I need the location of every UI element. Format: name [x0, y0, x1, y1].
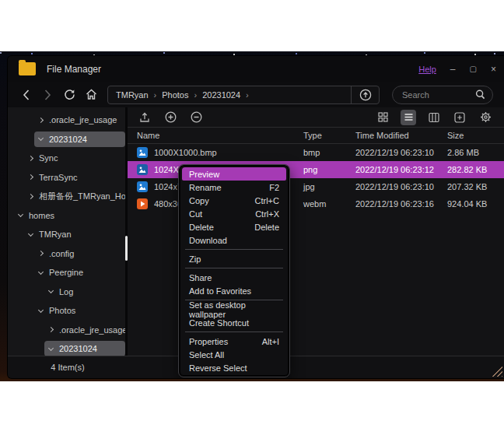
menu-item-add-to-favorites[interactable]: Add to Favorites — [182, 284, 286, 297]
screen: File Manager Help – ▢ × — [0, 0, 504, 428]
breadcrumb: TMRyan › Photos › 20231024 › — [108, 90, 351, 100]
chevron-down-icon[interactable] — [48, 346, 54, 351]
chevron-down-icon[interactable] — [18, 212, 23, 217]
menu-label: Download — [189, 236, 227, 245]
menu-item-preview[interactable]: Preview — [182, 167, 286, 181]
file-row[interactable]: 1000X1000.bmp bmp 2022/12/19 06:23:10 2.… — [128, 144, 504, 161]
sidebar-item-config[interactable]: .config — [8, 244, 125, 264]
column-view-icon[interactable] — [426, 110, 442, 125]
chevron-down-icon[interactable] — [38, 307, 44, 313]
column-header-name[interactable]: Name — [128, 131, 303, 140]
menu-item-set-as-desktop-wallpaper[interactable]: Set as desktop wallpaper — [182, 303, 286, 316]
back-icon[interactable] — [17, 86, 34, 103]
breadcrumb-segment[interactable]: 20231024 — [202, 90, 240, 100]
refresh-icon[interactable] — [61, 86, 78, 103]
menu-item-cut[interactable]: CutCtrl+X — [182, 207, 286, 220]
sidebar-item-photos[interactable]: Photos — [8, 301, 125, 321]
chevron-down-icon[interactable] — [48, 288, 54, 293]
column-header-time[interactable]: Time Modified — [355, 131, 447, 140]
tree-label: 20231024 — [59, 344, 97, 353]
chevron-right-icon[interactable] — [38, 251, 44, 256]
menu-item-reverse-select[interactable]: Reverse Select — [182, 361, 286, 374]
sidebar-item-sync[interactable]: Sync — [8, 149, 125, 168]
sidebar-item-oracle-jre-usage-2[interactable]: .oracle_jre_usage — [8, 321, 125, 340]
menu-label: Reverse Select — [189, 363, 247, 373]
new-item-icon[interactable] — [452, 110, 467, 125]
menu-item-properties[interactable]: PropertiesAlt+I — [182, 335, 286, 348]
menu-item-select-all[interactable]: Select All — [182, 348, 286, 361]
titlebar: File Manager Help – ▢ × — [8, 56, 504, 82]
settings-gear-icon[interactable] — [478, 110, 493, 125]
menu-label: Set as desktop wallpaper — [189, 300, 279, 319]
maximize-button[interactable]: ▢ — [470, 65, 477, 74]
menu-label: Properties — [189, 337, 228, 346]
menu-item-delete[interactable]: DeleteDelete — [182, 220, 286, 233]
search-icon[interactable] — [475, 89, 485, 100]
sidebar-item-20231024[interactable]: 20231024 — [8, 130, 125, 149]
search-input[interactable] — [402, 90, 475, 100]
file-name: 1000X1000.bmp — [154, 148, 217, 157]
breadcrumb-segment[interactable]: TMRyan — [116, 90, 149, 100]
upload-icon[interactable] — [137, 110, 152, 125]
menu-item-download[interactable]: Download — [182, 233, 286, 247]
home-icon[interactable] — [82, 86, 100, 103]
menu-label: Share — [189, 273, 212, 282]
chevron-down-icon[interactable] — [38, 269, 44, 275]
chevron-right-icon[interactable] — [38, 118, 44, 123]
resize-grip-icon[interactable] — [492, 366, 502, 377]
menu-label: Select All — [189, 350, 224, 360]
tree-label: 相册备份_TMRyan_Ho — [39, 191, 125, 202]
image-file-icon — [137, 181, 148, 192]
minimize-button[interactable]: – — [450, 65, 456, 74]
menu-item-share[interactable]: Share — [182, 271, 286, 284]
breadcrumb-separator: › — [246, 90, 249, 100]
sidebar-item-peergine[interactable]: Peergine — [8, 263, 125, 282]
tree-label: .config — [49, 249, 74, 258]
chevron-down-icon[interactable] — [38, 135, 44, 141]
forward-icon[interactable] — [39, 86, 56, 103]
file-time: 2022/12/19 06:23:12 — [355, 165, 447, 174]
help-link[interactable]: Help — [418, 65, 436, 74]
menu-item-zip[interactable]: Zip — [182, 252, 286, 265]
go-up-button[interactable] — [351, 86, 379, 103]
menu-divider — [185, 268, 283, 268]
tree-label: Peergine — [49, 268, 83, 277]
file-time: 2022/12/19 06:23:16 — [355, 199, 447, 209]
remove-circle-icon[interactable] — [188, 110, 204, 125]
sidebar-item-20231024-2[interactable]: 20231024 — [8, 339, 125, 356]
menu-label: Delete — [189, 223, 214, 232]
sidebar-item-oracle-jre-usage[interactable]: .oracle_jre_usage — [8, 111, 125, 130]
column-header-size[interactable]: Size — [447, 131, 504, 140]
menu-label: Add to Favorites — [189, 286, 251, 296]
sidebar-item-terrasync[interactable]: TerraSync — [8, 168, 125, 188]
sidebar-item-log[interactable]: Log — [8, 282, 125, 302]
menu-item-rename[interactable]: RenameF2 — [182, 181, 286, 194]
image-file-icon — [137, 147, 148, 158]
chevron-right-icon[interactable] — [48, 327, 54, 332]
chevron-right-icon[interactable] — [28, 156, 33, 161]
column-header-type[interactable]: Type — [303, 131, 355, 140]
file-time: 2022/12/19 06:23:10 — [355, 182, 447, 191]
menu-shortcut: Delete — [254, 223, 279, 232]
sidebar-scrollbar[interactable] — [125, 236, 128, 261]
menu-item-copy[interactable]: CopyCtrl+C — [182, 194, 286, 207]
chevron-down-icon[interactable] — [28, 231, 33, 237]
tree-label: Log — [59, 287, 73, 296]
app-folder-icon — [19, 62, 36, 75]
sidebar-item-tmryan[interactable]: TMRyan — [8, 225, 125, 244]
sidebar-item-photo-backup[interactable]: 相册备份_TMRyan_Ho — [8, 187, 125, 206]
sidebar-item-homes[interactable]: homes — [8, 206, 125, 226]
tree-label: TerraSync — [39, 173, 78, 182]
tree-label: .oracle_jre_usage — [59, 325, 125, 335]
chevron-right-icon[interactable] — [28, 174, 33, 180]
list-view-icon[interactable] — [401, 110, 416, 125]
stars-decoration — [0, 52, 2, 54]
menu-label: Cut — [189, 209, 202, 219]
grid-view-icon[interactable] — [375, 110, 390, 125]
chevron-right-icon[interactable] — [28, 194, 33, 199]
breadcrumb-segment[interactable]: Photos — [162, 90, 188, 100]
menu-divider — [185, 249, 283, 250]
add-circle-icon[interactable] — [163, 110, 178, 125]
close-button[interactable]: × — [491, 65, 496, 74]
window-title: File Manager — [47, 64, 101, 75]
